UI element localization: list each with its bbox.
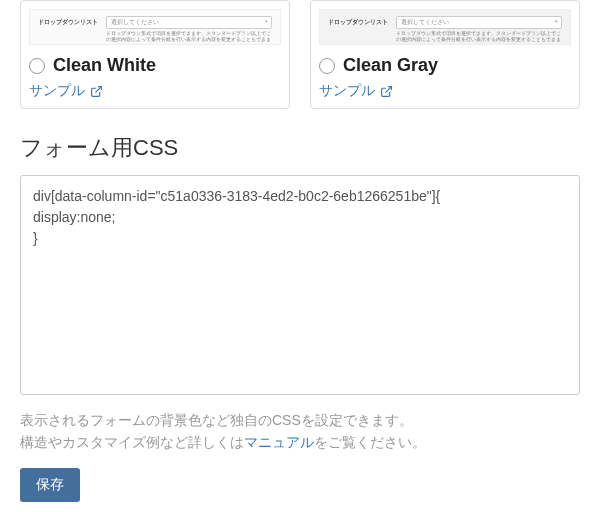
- help-text: 表示されるフォームの背景色など独自のCSSを設定できます。 構造やカスタマイズ例…: [20, 409, 580, 454]
- help-line-2: 構造やカスタマイズ例など詳しくはマニュアルをご覧ください。: [20, 431, 580, 453]
- form-css-textarea[interactable]: [20, 175, 580, 395]
- external-link-icon: [90, 85, 103, 98]
- external-link-icon: [380, 85, 393, 98]
- manual-link[interactable]: マニュアル: [244, 434, 314, 450]
- form-css-heading: フォーム用CSS: [20, 133, 580, 163]
- preview-dropdown-label: ドロップダウンリスト: [328, 18, 388, 27]
- sample-link-label: サンプル: [319, 82, 375, 100]
- sample-link-clean-gray[interactable]: サンプル: [319, 82, 571, 100]
- theme-radio-clean-gray[interactable]: [319, 58, 335, 74]
- theme-card-clean-gray[interactable]: ドロップダウンリスト 選択してください ドロップダウン形式で項目を選択できます。…: [310, 0, 580, 109]
- help-line-1: 表示されるフォームの背景色など独自のCSSを設定できます。: [20, 409, 580, 431]
- sample-link-clean-white[interactable]: サンプル: [29, 82, 281, 100]
- theme-title: Clean Gray: [343, 55, 438, 76]
- preview-desc: ドロップダウン形式で項目を選択できます。スタンダードプラン以上でこの選択内容によ…: [106, 31, 272, 45]
- preview-desc: ドロップダウン形式で項目を選択できます。スタンダードプラン以上でこの選択内容によ…: [396, 31, 562, 45]
- preview-select: 選択してください: [396, 16, 562, 29]
- sample-link-label: サンプル: [29, 82, 85, 100]
- preview-select: 選択してください: [106, 16, 272, 29]
- theme-card-clean-white[interactable]: ドロップダウンリスト 選択してください ドロップダウン形式で項目を選択できます。…: [20, 0, 290, 109]
- theme-preview: ドロップダウンリスト 選択してください ドロップダウン形式で項目を選択できます。…: [319, 9, 571, 45]
- theme-options-row: ドロップダウンリスト 選択してください ドロップダウン形式で項目を選択できます。…: [20, 0, 580, 109]
- save-button[interactable]: 保存: [20, 468, 80, 502]
- theme-radio-clean-white[interactable]: [29, 58, 45, 74]
- preview-dropdown-label: ドロップダウンリスト: [38, 18, 98, 27]
- theme-title: Clean White: [53, 55, 156, 76]
- theme-preview: ドロップダウンリスト 選択してください ドロップダウン形式で項目を選択できます。…: [29, 9, 281, 45]
